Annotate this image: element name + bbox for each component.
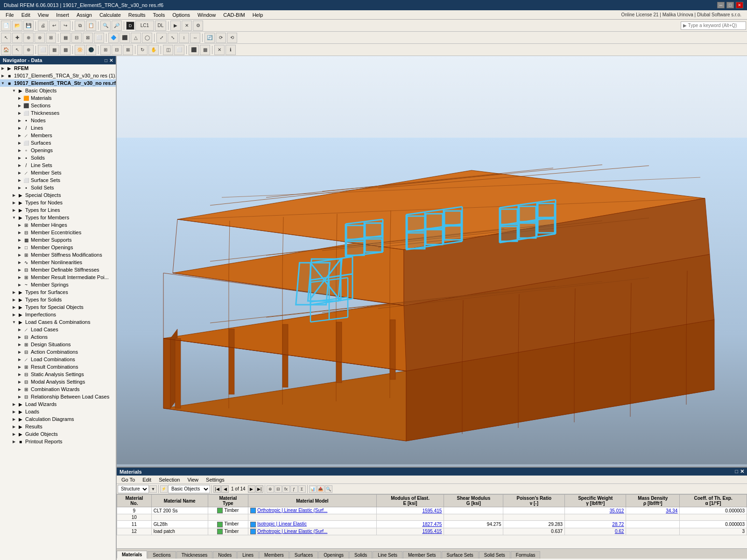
tree-toggle-typeslines[interactable]: ▶ <box>11 207 17 213</box>
tree-item-loads[interactable]: ▶▶Loads <box>0 408 116 415</box>
table-cell[interactable] <box>376 514 444 521</box>
table-cell[interactable] <box>248 514 376 521</box>
tb-btn-c[interactable]: ⚙ <box>193 21 203 31</box>
menu-view[interactable]: View <box>34 11 53 19</box>
tree-item-linesets[interactable]: ▶/Line Sets <box>0 161 116 169</box>
mat-view[interactable]: View <box>184 476 201 483</box>
next-page-btn[interactable]: ▶ <box>248 485 255 493</box>
tree-item-solidsets[interactable]: ▶▪Solid Sets <box>0 184 116 191</box>
table-cell[interactable] <box>626 528 680 535</box>
table-cell[interactable]: 29.283 <box>503 521 565 528</box>
tree-item-actioncomb[interactable]: ▶⊟Action Combinations <box>0 348 116 356</box>
tree-item-special[interactable]: ▶▶Special Objects <box>0 191 116 199</box>
tree-item-relshiploads[interactable]: ▶⊟Relationship Between Load Cases <box>0 393 116 400</box>
minimize-button[interactable]: ─ <box>717 2 725 8</box>
open-button[interactable]: 📂 <box>12 21 22 31</box>
tb2-btn2[interactable]: ✚ <box>12 33 22 43</box>
basic-objects-dropdown[interactable]: Basic Objects <box>168 485 210 493</box>
tree-item-loadwizards[interactable]: ▶▶Load Wizards <box>0 400 116 408</box>
mat-settings[interactable]: Settings <box>203 476 227 483</box>
structure-dropdown[interactable]: Structure <box>118 485 149 493</box>
tree-item-resultcomb[interactable]: ▶⊞Result Combinations <box>0 363 116 371</box>
close-button[interactable]: ✕ <box>736 2 743 8</box>
mat-edit[interactable]: Edit <box>140 476 154 483</box>
mat-selection[interactable]: Selection <box>156 476 183 483</box>
tree-item-calcdiagrams[interactable]: ▶▶Calculation Diagrams <box>0 415 116 423</box>
table-cell[interactable] <box>503 514 565 521</box>
table-cell[interactable]: 0.62 <box>565 528 626 535</box>
tb3-btn9[interactable]: ⊞ <box>100 45 111 55</box>
tb3-info[interactable]: ℹ <box>226 45 236 55</box>
tree-item-typessolids[interactable]: ▶▶Types for Solids <box>0 296 116 303</box>
table-cell[interactable] <box>444 507 503 514</box>
table-cell[interactable] <box>626 521 680 528</box>
value-link[interactable]: 1595.415 <box>423 508 442 513</box>
tb-mat-btn2[interactable]: ⊟ <box>275 485 282 493</box>
tree-toggle-imperfections[interactable]: ▶ <box>11 312 17 317</box>
tb3-rotate[interactable]: ↻ <box>137 45 148 55</box>
tree-item-guideobjects[interactable]: ▶▶Guide Objects <box>0 430 116 438</box>
tree-toggle-loadcasesitem[interactable]: ▶ <box>17 327 22 332</box>
tab-solids[interactable]: Solids <box>349 551 372 559</box>
tree-item-typesspecial[interactable]: ▶▶Types for Special Objects <box>0 303 116 311</box>
tree-toggle-rfem[interactable]: ▶ <box>0 65 6 71</box>
tab-materials[interactable]: Materials <box>117 551 147 559</box>
tree-toggle-surfacesets[interactable]: ▶ <box>17 177 22 183</box>
tree-toggle-materials[interactable]: ▶ <box>17 95 22 101</box>
tree-item-solids[interactable]: ▶▪Solids <box>0 154 116 161</box>
tree-item-designsit[interactable]: ▶⊞Design Situations <box>0 341 116 348</box>
tree-toggle-thicknesses[interactable]: ▶ <box>17 110 22 116</box>
tree-toggle-designsit[interactable]: ▶ <box>17 342 22 347</box>
tree-toggle-results[interactable]: ▶ <box>11 424 17 429</box>
menu-calculate[interactable]: Calculate <box>96 11 125 19</box>
tab-line-sets[interactable]: Line Sets <box>373 551 402 559</box>
tb2-btn7[interactable]: ⊟ <box>71 33 82 43</box>
tree-toggle-memberdefstiff[interactable]: ▶ <box>17 267 22 273</box>
tb2-btn11[interactable]: ⬛ <box>120 33 130 43</box>
tree-toggle-relshiploads[interactable]: ▶ <box>17 394 22 399</box>
tree-item-memberstiffness[interactable]: ▶⊞Member Stiffness Modifications <box>0 251 116 259</box>
tree-toggle-memberopenings[interactable]: ▶ <box>17 245 22 250</box>
tree-item-imperfections[interactable]: ▶▶Imperfections <box>0 311 116 318</box>
model-link[interactable]: Isotropic | Linear Elastic <box>257 521 307 526</box>
viewport[interactable]: Materials □ ✕ Go To Edit Selection View … <box>117 56 747 560</box>
filter-icon[interactable]: ⚡ <box>160 485 168 493</box>
tab-openings[interactable]: Openings <box>318 551 349 559</box>
tb-btn-a[interactable]: ▶ <box>170 21 181 31</box>
table-cell[interactable]: Timber <box>208 528 248 535</box>
tb3-pan[interactable]: ✋ <box>148 45 159 55</box>
tree-toggle-calcdiagrams[interactable]: ▶ <box>11 416 17 422</box>
tb2-btn5[interactable]: ⊞ <box>46 33 56 43</box>
tb3-btn3[interactable]: ⊕ <box>23 45 34 55</box>
tree-toggle-guideobjects[interactable]: ▶ <box>11 431 17 437</box>
tb2-btn15[interactable]: ⤡ <box>168 33 178 43</box>
tree-item-actions[interactable]: ▶⊟Actions <box>0 333 116 341</box>
tab-formulas[interactable]: Formulas <box>511 551 541 559</box>
undo-button[interactable]: ↩ <box>49 21 59 31</box>
tree-toggle-membereccentricities[interactable]: ▶ <box>17 230 22 235</box>
table-cell[interactable]: 0.637 <box>503 528 565 535</box>
tree-toggle-typessolids[interactable]: ▶ <box>11 297 17 302</box>
tree-toggle-staticanalysis[interactable]: ▶ <box>17 371 22 377</box>
tree-item-typesmembers[interactable]: ▼▶Types for Members <box>0 214 116 221</box>
tb-mat-export[interactable]: 📤 <box>317 485 324 493</box>
mat-goto[interactable]: Go To <box>119 476 138 483</box>
tree-toggle-solidsets[interactable]: ▶ <box>17 185 22 190</box>
table-cell[interactable]: 28.72 <box>565 521 626 528</box>
tb3-btn1[interactable]: 🏠 <box>1 45 11 55</box>
table-cell[interactable]: 1595.415 <box>376 528 444 535</box>
menu-results[interactable]: Results <box>125 11 149 19</box>
tree-item-members[interactable]: ▶⟋Members <box>0 132 116 139</box>
dropdown-arrow[interactable]: ▼ <box>149 485 157 493</box>
tree-toggle-printout[interactable]: ▶ <box>11 439 17 444</box>
tree-item-surfacesets[interactable]: ▶⬜Surface Sets <box>0 176 116 184</box>
tree-toggle-membersprings[interactable]: ▶ <box>17 282 22 287</box>
tab-surface-sets[interactable]: Surface Sets <box>442 551 479 559</box>
tb3-close[interactable]: ✕ <box>214 45 225 55</box>
tree-toggle-basic[interactable]: ▼ <box>11 88 17 93</box>
tb3-btn6[interactable]: ▩ <box>60 45 70 55</box>
tb3-render1[interactable]: ⬛ <box>189 45 199 55</box>
tree-toggle-file1[interactable]: ▶ <box>0 73 6 78</box>
tree-toggle-members[interactable]: ▶ <box>17 133 22 138</box>
table-cell[interactable] <box>680 514 747 521</box>
